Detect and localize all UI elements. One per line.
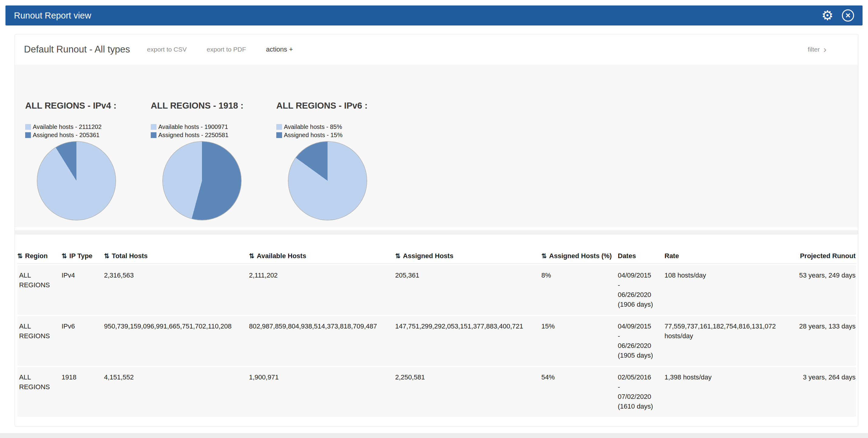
legend-item: Available hosts - 1900971: [151, 123, 276, 131]
chart-title: ALL REGIONS - 1918 :: [151, 100, 276, 111]
chart-title: ALL REGIONS - IPv4 :: [25, 100, 151, 111]
report-title: Default Runout - All types: [24, 44, 130, 55]
pie-chart-1918: ALL REGIONS - 1918 : Available hosts - 1…: [151, 100, 276, 220]
cell-available-hosts: 1,900,971: [249, 367, 395, 417]
cell-ip-type: IPv4: [62, 265, 104, 315]
column-header-assigned-pct[interactable]: ⇅Assigned Hosts (%): [541, 252, 618, 264]
column-header-region[interactable]: ⇅Region: [17, 252, 62, 264]
cell-assigned-pct: 15%: [541, 316, 618, 366]
sort-icon[interactable]: ⇅: [249, 252, 254, 259]
legend-label: Assigned hosts - 205361: [33, 132, 99, 138]
chart-title: ALL REGIONS - IPv6 :: [276, 100, 402, 111]
cell-available-hosts: 802,987,859,804,938,514,373,818,709,487: [249, 316, 395, 366]
filter-button[interactable]: filter ›: [808, 45, 849, 54]
legend-label: Available hosts - 1900971: [158, 123, 228, 130]
table-row: ALL REGIONS 1918 4,151,552 1,900,971 2,2…: [17, 367, 856, 417]
legend-item: Assigned hosts - 205361: [25, 131, 151, 139]
export-csv-link[interactable]: export to CSV: [147, 46, 187, 53]
cell-total-hosts: 4,151,552: [104, 367, 249, 417]
assigned-swatch: [25, 132, 31, 138]
cell-ip-type: IPv6: [62, 316, 104, 366]
cell-rate: 1,398 hosts/day: [664, 367, 792, 417]
legend-label: Assigned hosts - 2250581: [158, 132, 228, 138]
legend-label: Available hosts - 85%: [284, 123, 342, 130]
cell-dates: 02/05/2016 - 07/02/2020 (1610 days): [618, 367, 664, 417]
available-swatch: [151, 124, 156, 130]
table-row: ALL REGIONS IPv6 950,739,159,096,991,665…: [17, 316, 856, 366]
filter-label: filter: [808, 46, 820, 53]
sort-icon[interactable]: ⇅: [541, 252, 547, 259]
assigned-swatch: [276, 132, 282, 138]
runout-table: ⇅Region ⇅IP Type ⇅Total Hosts ⇅Available…: [17, 251, 856, 418]
chart-legend: Available hosts - 1900971 Assigned hosts…: [151, 123, 276, 139]
sort-icon[interactable]: ⇅: [17, 252, 23, 259]
pie-chart-ipv6: ALL REGIONS - IPv6 : Available hosts - 8…: [276, 100, 402, 220]
cell-rate: 108 hosts/day: [664, 265, 792, 315]
charts-section: ALL REGIONS - IPv4 : Available hosts - 2…: [15, 65, 858, 227]
pie-chart-ipv4: ALL REGIONS - IPv4 : Available hosts - 2…: [25, 100, 151, 220]
cell-assigned-hosts: 205,361: [395, 265, 541, 315]
legend-label: Available hosts - 2111202: [33, 123, 102, 130]
cell-region: ALL REGIONS: [17, 265, 62, 315]
chart-legend: Available hosts - 2111202 Assigned hosts…: [25, 123, 151, 139]
pie-ipv6[interactable]: [288, 142, 367, 220]
cell-total-hosts: 2,316,563: [104, 265, 249, 315]
window-title: Runout Report view: [14, 11, 91, 21]
close-icon[interactable]: ×: [842, 9, 854, 22]
cell-assigned-hosts: 2,250,581: [395, 367, 541, 417]
cell-assigned-pct: 8%: [541, 265, 618, 315]
assigned-swatch: [151, 132, 156, 138]
titlebar-icons: ⚙ ×: [822, 9, 854, 22]
export-pdf-link[interactable]: export to PDF: [207, 46, 246, 53]
titlebar: Runout Report view ⚙ ×: [5, 5, 863, 26]
cell-region: ALL REGIONS: [17, 316, 62, 366]
gear-icon[interactable]: ⚙: [822, 9, 833, 22]
actions-menu-button[interactable]: actions +: [266, 45, 293, 53]
pie-1918[interactable]: [163, 142, 241, 220]
table-header-row: ⇅Region ⇅IP Type ⇅Total Hosts ⇅Available…: [17, 252, 856, 264]
report-toolbar: Default Runout - All types export to CSV…: [15, 34, 858, 65]
column-header-available-hosts[interactable]: ⇅Available Hosts: [249, 252, 395, 264]
legend-item: Assigned hosts - 15%: [276, 131, 402, 139]
bottom-scroll-strip: [0, 433, 868, 438]
cell-projected-runout: 3 years, 264 days: [792, 367, 856, 417]
cell-ip-type: 1918: [62, 367, 104, 417]
column-header-ip-type[interactable]: ⇅IP Type: [62, 252, 104, 264]
cell-assigned-hosts: 147,751,299,292,053,151,377,883,400,721: [395, 316, 541, 366]
available-swatch: [276, 124, 282, 130]
legend-item: Available hosts - 2111202: [25, 123, 151, 131]
cell-region: ALL REGIONS: [17, 367, 62, 417]
cell-assigned-pct: 54%: [541, 367, 618, 417]
report-panel: Default Runout - All types export to CSV…: [14, 34, 858, 427]
cell-projected-runout: 28 years, 133 days: [792, 316, 856, 366]
available-swatch: [25, 124, 31, 130]
cell-rate: 77,559,737,161,182,754,816,131,072 hosts…: [664, 316, 792, 366]
cell-total-hosts: 950,739,159,096,991,665,751,702,110,208: [104, 316, 249, 366]
sort-icon[interactable]: ⇅: [62, 252, 67, 259]
chevron-right-icon: ›: [824, 45, 827, 54]
legend-item: Assigned hosts - 2250581: [151, 131, 276, 139]
column-header-projected-runout: Projected Runout: [792, 252, 856, 264]
cell-projected-runout: 53 years, 249 days: [792, 265, 856, 315]
table-row: ALL REGIONS IPv4 2,316,563 2,111,202 205…: [17, 265, 856, 315]
cell-dates: 04/09/2015 - 06/26/2020 (1906 days): [618, 265, 664, 315]
runout-table-wrap: ⇅Region ⇅IP Type ⇅Total Hosts ⇅Available…: [15, 234, 858, 427]
column-header-assigned-hosts[interactable]: ⇅Assigned Hosts: [395, 252, 541, 264]
cell-available-hosts: 2,111,202: [249, 265, 395, 315]
column-header-dates: Dates: [618, 252, 664, 264]
column-header-rate: Rate: [664, 252, 792, 264]
column-header-total-hosts[interactable]: ⇅Total Hosts: [104, 252, 249, 264]
pie-ipv4[interactable]: [37, 142, 116, 220]
sort-icon[interactable]: ⇅: [395, 252, 401, 259]
separator-strip: [15, 230, 858, 234]
cell-dates: 04/09/2015 - 06/26/2020 (1905 days): [618, 316, 664, 366]
legend-item: Available hosts - 85%: [276, 123, 402, 131]
sort-icon[interactable]: ⇅: [104, 252, 110, 259]
chart-legend: Available hosts - 85% Assigned hosts - 1…: [276, 123, 402, 139]
legend-label: Assigned hosts - 15%: [284, 132, 342, 138]
